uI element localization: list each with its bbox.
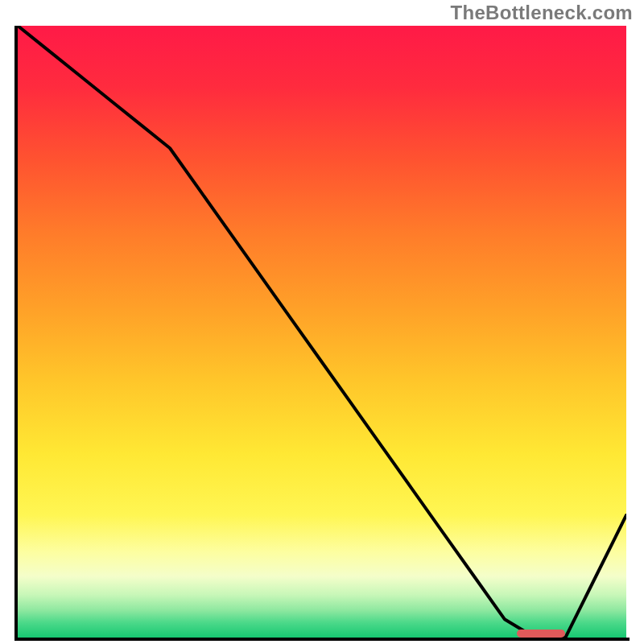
chart-container: TheBottleneck.com (0, 0, 644, 644)
line-series (18, 26, 626, 638)
plot-area (18, 26, 626, 638)
optimal-range-marker (517, 630, 565, 638)
watermark-text: TheBottleneck.com (451, 2, 633, 24)
